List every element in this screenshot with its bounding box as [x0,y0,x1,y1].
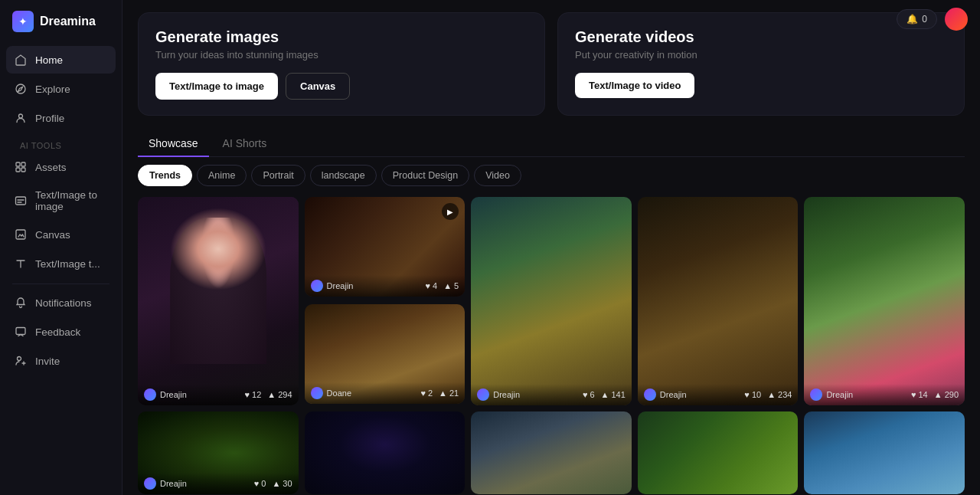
sidebar-item-assets[interactable]: Assets [6,153,116,181]
svg-point-9 [18,357,21,361]
anime-girl-stats: ♥10 ▲234 [744,390,792,399]
sidebar-item-text-image[interactable]: Text/Image to image [6,182,116,219]
filter-tab-trends[interactable]: Trends [138,165,192,186]
sidebar-item-text-image-t-label: Text/Image t... [35,258,100,270]
tab-showcase[interactable]: Showcase [138,131,209,157]
heart-icon: ♥ [245,390,250,399]
flower-girl-author: Dreajin [810,388,853,401]
main-content: Generate images Turn your ideas into stu… [122,0,980,495]
svg-rect-6 [16,197,26,205]
home-icon [14,53,28,67]
top-bar: 🔔 0 [897,8,968,31]
gallery-item-gothic-girl[interactable]: Dreajin ♥ 12 ▲ 294 [138,197,299,405]
text-image-to-video-button[interactable]: Text/Image to video [575,73,694,98]
gothic-girl-author-name: Dreajin [160,390,187,399]
gallery-item-flower-girl[interactable]: Dreajin ♥14 ▲290 [804,197,965,405]
gallery-item-anime-girl[interactable]: Dreajin ♥10 ▲234 [638,197,799,405]
gallery-item-castle-sand[interactable]: Dreajin ♥6 ▲141 [471,197,632,405]
sidebar-item-canvas[interactable]: Canvas [6,221,116,248]
taj-author: Doane [311,387,351,399]
sidebar-item-invite[interactable]: Invite [6,347,116,375]
boost-icon: ▲ [439,388,447,398]
svg-rect-8 [16,328,25,335]
generate-cards-row: Generate images Turn your ideas into stu… [138,12,965,116]
feedback-icon [14,325,28,339]
boost-icon: ▲ [767,390,776,399]
sidebar-item-explore-label: Explore [35,84,70,95]
generate-videos-buttons: Text/Image to video [575,73,947,98]
sidebar-item-assets-label: Assets [35,162,67,173]
sidebar-item-profile[interactable]: Profile [6,104,116,132]
filter-tab-product-design[interactable]: Product Design [381,165,469,186]
heart-icon: ♥ [426,281,431,290]
flower-girl-overlay: Dreajin ♥14 ▲290 [804,384,965,405]
gallery-item-cards-green[interactable] [638,411,799,494]
gothic-girl-author: Dreajin [144,388,187,401]
notification-button[interactable]: 🔔 0 [897,9,937,29]
eye-avatar [144,477,156,490]
generate-images-buttons: Text/Image to image Canvas [155,73,528,100]
profile-icon [14,111,28,125]
generate-images-subtitle: Turn your ideas into stunning images [155,49,528,61]
gothic-girl-stats: ♥ 12 ▲ 294 [245,390,292,399]
sidebar: ✦ Dreamina Home Explore Profile AI tools [0,0,122,495]
castle-sand-author-name: Dreajin [493,390,520,399]
anime-girl-author: Dreajin [644,388,687,401]
text-image-t-icon [14,257,28,270]
taj-avatar [311,387,323,399]
filter-tab-anime[interactable]: Anime [197,165,247,186]
taj-overlay: Doane ♥2 ▲21 [305,382,466,404]
generate-images-title: Generate images [155,28,528,46]
castle-sand-avatar [477,388,489,401]
tab-ai-shorts[interactable]: AI Shorts [212,131,278,157]
rose-avatar [311,280,323,292]
gallery-item-wind-girl[interactable] [804,411,965,494]
tabs-section: Showcase AI Shorts Trends Anime Portrait… [138,131,965,186]
gallery-item-tower[interactable] [471,411,632,494]
sidebar-item-text-image-label: Text/Image to image [35,189,108,212]
sidebar-item-text-image-t[interactable]: Text/Image t... [6,250,116,277]
gallery-item-rose[interactable]: ▶ Dreajin ♥4 ▲5 [305,197,466,297]
eye-overlay: Dreajin ♥0 ▲30 [138,473,299,494]
gothic-girl-likes: ♥ 12 [245,390,262,399]
castle-sand-overlay: Dreajin ♥6 ▲141 [471,384,632,405]
rose-overlay: Dreajin ♥4 ▲5 [305,275,466,297]
gallery-item-eye[interactable]: Dreajin ♥0 ▲30 [138,411,299,494]
notifications-icon [14,296,28,310]
svg-rect-5 [21,168,25,172]
sidebar-item-explore[interactable]: Explore [6,75,116,103]
filter-tab-video[interactable]: Video [474,165,521,186]
notification-count: 0 [922,14,927,25]
filter-tab-landscape[interactable]: landscape [310,165,377,186]
text-image-icon [14,194,28,208]
sidebar-item-home-label: Home [35,54,63,66]
generate-videos-subtitle: Put your creativity in motion [575,49,947,61]
sidebar-item-notifications[interactable]: Notifications [6,289,116,316]
gothic-girl-boosts: ▲ 294 [267,390,292,399]
svg-rect-2 [16,162,20,166]
sidebar-item-home[interactable]: Home [6,46,116,74]
sidebar-item-notifications-label: Notifications [35,297,92,309]
sidebar-item-feedback-label: Feedback [35,326,80,338]
filter-tab-portrait[interactable]: Portrait [251,165,305,186]
assets-icon [14,160,28,174]
explore-icon [14,82,28,96]
sidebar-item-profile-label: Profile [35,113,64,124]
eye-stats: ♥0 ▲30 [254,479,292,488]
sidebar-item-feedback[interactable]: Feedback [6,318,116,346]
canvas-button[interactable]: Canvas [286,73,350,100]
sidebar-item-invite-label: Invite [35,356,60,367]
gallery-item-taj[interactable]: Doane ♥2 ▲21 [305,304,466,404]
taj-stats: ♥2 ▲21 [420,388,459,398]
anime-girl-overlay: Dreajin ♥10 ▲234 [638,384,799,405]
ai-tools-label: AI tools [6,133,116,153]
boost-icon: ▲ [934,390,942,399]
app-logo[interactable]: ✦ Dreamina [0,0,122,43]
gallery-item-astronaut[interactable] [305,411,466,494]
text-image-to-image-button[interactable]: Text/Image to image [155,73,278,100]
flower-girl-avatar [810,388,822,401]
heart-icon: ♥ [420,388,426,398]
user-avatar[interactable] [945,8,968,31]
gothic-girl-overlay: Dreajin ♥ 12 ▲ 294 [138,384,299,405]
generate-videos-title: Generate videos [575,28,947,46]
